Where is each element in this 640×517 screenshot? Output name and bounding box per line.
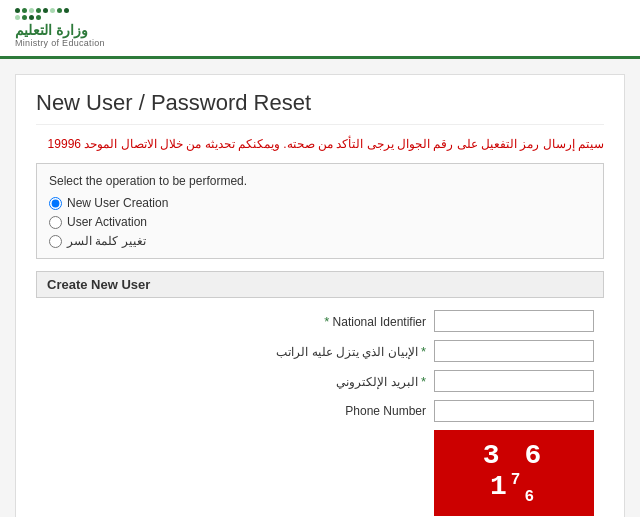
radio-new-user-creation[interactable] <box>49 197 62 210</box>
page-title: New User / Password Reset <box>36 90 604 125</box>
logo-arabic-text: وزارة التعليم <box>15 22 88 38</box>
radio-group: New User Creation User Activation تغيير … <box>49 196 591 248</box>
dot <box>15 15 20 20</box>
phone-input[interactable] <box>434 400 594 422</box>
required-marker: * <box>324 314 329 329</box>
dot <box>64 8 69 13</box>
header: وزارة التعليم Ministry of Education <box>0 0 640 59</box>
logo-english-text: Ministry of Education <box>15 38 105 48</box>
email-input[interactable] <box>434 370 594 392</box>
operation-selection-box: Select the operation to be performed. Ne… <box>36 163 604 259</box>
dot <box>50 8 55 13</box>
required-marker: * <box>421 374 426 389</box>
dot <box>22 8 27 13</box>
radio-label-password[interactable]: تغيير كلمة السر <box>67 234 146 248</box>
national-id-label: * National Identifier <box>324 314 426 329</box>
form-row-national-id: * National Identifier <box>46 310 594 332</box>
dot <box>22 15 27 20</box>
main-content: New User / Password Reset سيتم إرسال رمز… <box>15 74 625 517</box>
national-id-input[interactable] <box>434 310 594 332</box>
radio-user-activation[interactable] <box>49 216 62 229</box>
info-message: سيتم إرسال رمز التفعيل على رقم الجوال ير… <box>36 137 604 151</box>
email-label: * البريد الإلكتروني <box>336 374 426 389</box>
radio-item-activation[interactable]: User Activation <box>49 215 591 229</box>
required-marker: * <box>421 344 426 359</box>
radio-item-password[interactable]: تغيير كلمة السر <box>49 234 591 248</box>
form-area: * National Identifier * الإبيان الذي يتز… <box>36 310 604 517</box>
radio-label-activation[interactable]: User Activation <box>67 215 147 229</box>
captcha-image-row: 3 6 176 <box>46 430 594 516</box>
iban-label: * الإبيان الذي يتزل عليه الراتب <box>276 344 426 359</box>
captcha-image: 3 6 176 <box>434 430 594 516</box>
operation-label: Select the operation to be performed. <box>49 174 591 188</box>
captcha-subscript: 6 <box>524 488 538 506</box>
dot <box>29 8 34 13</box>
dot <box>15 8 20 13</box>
radio-label-new-user[interactable]: New User Creation <box>67 196 168 210</box>
dot <box>36 8 41 13</box>
create-section-title: Create New User <box>36 271 604 298</box>
logo-area: وزارة التعليم Ministry of Education <box>15 8 105 48</box>
radio-change-password[interactable] <box>49 235 62 248</box>
form-row-email: * البريد الإلكتروني <box>46 370 594 392</box>
radio-item-new-user[interactable]: New User Creation <box>49 196 591 210</box>
logo-decoration <box>15 8 70 20</box>
dot <box>36 15 41 20</box>
dot <box>57 8 62 13</box>
captcha-superscript: 7 <box>511 471 525 489</box>
dot <box>29 15 34 20</box>
form-row-phone: Phone Number <box>46 400 594 422</box>
iban-input[interactable] <box>434 340 594 362</box>
dot <box>43 8 48 13</box>
form-row-iban: * الإبيان الذي يتزل عليه الراتب <box>46 340 594 362</box>
phone-label: Phone Number <box>345 404 426 418</box>
